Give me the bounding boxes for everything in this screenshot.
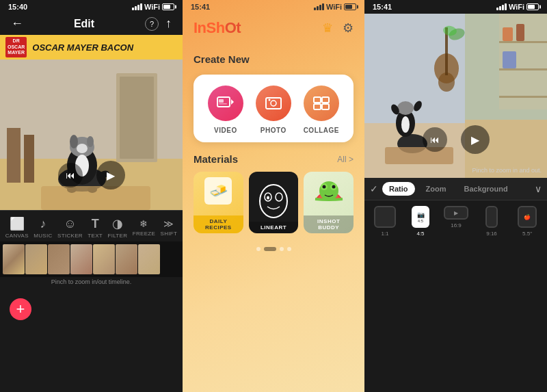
- back-button[interactable]: ←: [11, 16, 23, 31]
- photo-icon-svg: [265, 96, 282, 111]
- tool-shift[interactable]: ≫ SHIFT: [161, 218, 178, 237]
- material-lineart[interactable]: LINEART: [249, 172, 299, 233]
- right-rewind-button[interactable]: ⏮: [423, 127, 447, 152]
- sticker-label: STICKER: [57, 233, 83, 239]
- svg-point-47: [438, 73, 455, 92]
- canvas-icon: ⬜: [10, 216, 25, 231]
- center-battery-icon: [344, 3, 356, 10]
- timeline-thumbs: [0, 244, 163, 274]
- tab-background[interactable]: Background: [457, 182, 514, 196]
- right-status-icons: WiFi: [496, 3, 539, 11]
- ratio-4-5[interactable]: 📷 4:5 4:5: [405, 206, 436, 387]
- canvas-label: CANVAS: [5, 233, 29, 239]
- crown-icon[interactable]: ♛: [322, 21, 333, 36]
- freeze-icon: ❄: [139, 218, 148, 229]
- ratio-5-5a-label: 5.5": [522, 231, 532, 237]
- ratio-check-left[interactable]: ✓: [370, 183, 378, 194]
- settings-icon[interactable]: ⚙: [343, 21, 353, 36]
- ratio-9-16-box: [485, 206, 498, 228]
- svg-point-10: [87, 136, 94, 147]
- ratio-5-5a[interactable]: 🍎 5.5": [512, 206, 542, 387]
- ad-banner[interactable]: DROSCARMAYER OSCAR MAYER BACON: [0, 35, 183, 60]
- ratio-1-1[interactable]: 1:1: [370, 206, 400, 387]
- ratio-4-5-label: 4:5: [416, 231, 424, 237]
- materials-all-link[interactable]: All >: [337, 155, 353, 164]
- tab-zoom[interactable]: Zoom: [419, 182, 453, 196]
- dot-4: [287, 247, 291, 251]
- svg-point-22: [271, 101, 276, 106]
- svg-rect-54: [499, 41, 547, 43]
- svg-rect-5: [24, 135, 34, 183]
- ratio-9-16[interactable]: 9:16: [477, 206, 507, 387]
- ad-text: OSCAR MAYER BACON: [32, 42, 133, 53]
- create-collage-item[interactable]: COLLAGE: [304, 86, 339, 134]
- center-status-icons: WiFi: [314, 3, 356, 11]
- buddy-label: INSHOT BUDDY: [304, 215, 353, 233]
- right-play-button[interactable]: ▶: [461, 125, 490, 154]
- svg-rect-18: [219, 99, 224, 103]
- share-icon[interactable]: ↑: [165, 16, 172, 31]
- right-play-controls[interactable]: ⏮ ▶: [423, 125, 490, 154]
- filter-icon: ◑: [112, 216, 123, 231]
- music-icon: ♪: [40, 217, 46, 231]
- dot-3: [280, 247, 284, 251]
- lineart-icon: [256, 182, 291, 224]
- svg-point-35: [322, 185, 325, 189]
- inshot-logo: InShOt: [194, 19, 241, 37]
- ratio-5-5a-box: 🍎: [518, 206, 537, 228]
- ratio-toolbar: ✓ Ratio Zoom Background ∨: [364, 178, 547, 200]
- svg-point-12: [77, 144, 88, 153]
- ratio-expand-icon[interactable]: ∨: [535, 183, 542, 194]
- svg-point-41: [397, 101, 414, 115]
- logo-main: InSh: [194, 19, 225, 36]
- help-icon[interactable]: ?: [145, 17, 159, 31]
- svg-rect-55: [499, 68, 547, 70]
- lineart-label: LINEART: [249, 222, 299, 233]
- play-button[interactable]: ▶: [96, 161, 125, 190]
- page-dots: [183, 241, 364, 257]
- center-wifi-icon: WiFi: [326, 3, 342, 11]
- center-time: 15:41: [191, 3, 210, 11]
- ratio-16-9-label: 16:9: [451, 222, 462, 228]
- materials-section: Materials All > 🧈 DAILY RECIPES L: [183, 151, 364, 241]
- materials-title: Materials: [194, 153, 238, 165]
- tool-filter[interactable]: ◑ FILTER: [108, 216, 128, 239]
- edit-title: Edit: [74, 18, 94, 30]
- tool-text[interactable]: T TEXT: [88, 217, 103, 239]
- timeline-strip[interactable]: [0, 241, 183, 277]
- buddy-svg: [312, 179, 346, 218]
- material-inshot-buddy[interactable]: INSHOT BUDDY: [304, 172, 353, 233]
- tool-canvas[interactable]: ⬜ CANVAS: [5, 216, 29, 239]
- left-play-controls[interactable]: ⏮ ▶: [58, 161, 125, 190]
- dot-2: [264, 247, 276, 251]
- svg-rect-3: [120, 77, 154, 159]
- materials-header: Materials All >: [194, 153, 353, 165]
- material-daily-recipes[interactable]: 🧈 DAILY RECIPES: [194, 172, 243, 233]
- right-video-preview: ⏮ ▶ Pinch to zoom in and out.: [364, 14, 547, 178]
- add-button[interactable]: +: [10, 298, 31, 320]
- thumb-7: [138, 244, 160, 274]
- lineart-face-svg: [256, 182, 291, 220]
- tool-music[interactable]: ♪ MUSIC: [34, 217, 52, 239]
- rewind-button[interactable]: ⏮: [58, 163, 83, 187]
- shift-label: SHIFT: [161, 231, 178, 237]
- collage-label: COLLAGE: [304, 127, 339, 134]
- create-new-section: Create New VIDEO: [183, 40, 364, 151]
- daily-icon: 🧈: [204, 177, 232, 205]
- ratio-4-5-inner: 4:5: [418, 219, 423, 223]
- ratio-4-5-box: 📷 4:5: [412, 206, 429, 228]
- svg-point-42: [401, 116, 410, 133]
- ratio-16-9[interactable]: ▶ 16:9: [441, 206, 471, 387]
- logo-accent: Ot: [225, 19, 241, 36]
- create-photo-item[interactable]: PHOTO: [256, 86, 291, 134]
- tab-ratio[interactable]: Ratio: [382, 182, 415, 196]
- tool-freeze[interactable]: ❄ FREEZE: [133, 218, 155, 237]
- video-label: VIDEO: [214, 127, 237, 134]
- thumb-4: [70, 244, 92, 274]
- create-video-item[interactable]: VIDEO: [208, 86, 243, 134]
- thumb-6: [116, 244, 137, 274]
- right-panel: 15:41 WiFi: [364, 0, 547, 392]
- tool-sticker[interactable]: ☺ STICKER: [57, 217, 83, 239]
- svg-rect-26: [314, 104, 321, 109]
- center-status-bar: 15:41 WiFi: [183, 0, 364, 14]
